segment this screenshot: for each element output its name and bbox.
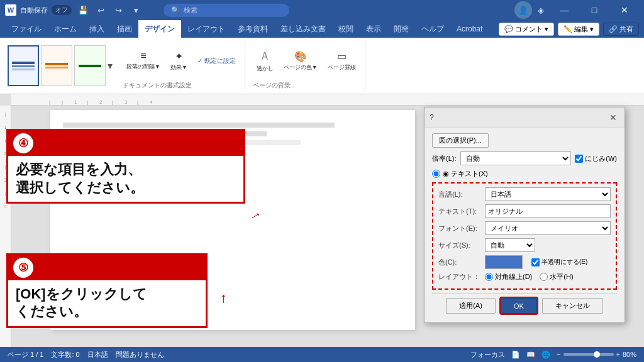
diagonal-radio[interactable] [485,273,493,281]
nijimi-check[interactable] [575,155,583,163]
color-row: 色(C): 半透明にする(E) [438,255,611,269]
page-border-button[interactable]: ▭ ページ罫線 [324,48,360,74]
view-icon-read[interactable]: 📖 [526,351,535,359]
ribbon-section-formatting: ≡ 段落の間隔▼ ✦ 効果▼ ✓ 既定に設定 ドキュメントの書式設定 [118,40,245,91]
brightness-label: 倍率(L): [432,154,457,163]
save-icon[interactable]: 💾 [75,3,91,18]
watermark-dialog: ? ✕ 図の選択(P)... 倍率(L): 自動 にじみ(W) [424,107,625,323]
user-avatar[interactable]: 👤 [514,1,532,19]
word-logo: W [5,4,16,16]
maximize-button[interactable]: □ [580,0,609,20]
tab-mailings[interactable]: 差し込み文書 [274,20,332,38]
tab-layout[interactable]: レイアウト [181,20,231,38]
step4-number: ④ [13,133,33,153]
tab-developer[interactable]: 開発 [387,20,415,38]
tab-home[interactable]: ホーム [48,20,83,38]
search-icon: 🔍 [171,6,180,14]
layout-row: レイアウト： 対角線上(D) 水平(H) [438,272,611,282]
color-picker[interactable] [485,255,523,269]
quick-access-toolbar: 💾 ↩ ↪ ▾ [75,3,143,18]
select-image-button[interactable]: 図の選択(P)... [432,133,489,148]
theme-thumbnail-2[interactable] [41,45,72,86]
page-color-button[interactable]: 🎨 ページの色▼ [280,48,321,74]
tab-view[interactable]: 表示 [360,20,387,38]
autosave-toggle[interactable]: オフ [52,5,72,15]
size-row: サイズ(S): 自動 [438,238,611,252]
theme-more-button[interactable]: ▾ [108,45,113,86]
comment-button[interactable]: 💬 コメント ▾ [499,23,554,36]
layout-radio-group: 対角線上(D) 水平(H) [485,272,574,282]
select-image-row: 図の選択(P)... [432,133,617,148]
step5-number: ⑤ [13,258,33,278]
language-row: 言語(L): 日本語 [438,187,611,201]
step5-header: ⑤ [8,255,206,280]
zoom-slider-thumb[interactable] [594,351,600,358]
zoom-minus-button[interactable]: − [557,351,560,358]
size-label: サイズ(S): [438,241,481,250]
zoom-plus-button[interactable]: + [616,351,620,358]
tab-file[interactable]: ファイル [5,20,48,38]
tab-acrobat[interactable]: Acrobat [450,20,489,38]
dialog-close-button[interactable]: ✕ [607,111,619,124]
horizontal-radio[interactable] [540,273,548,281]
language-label: 言語(L): [438,190,481,199]
semitransparent-checkbox[interactable]: 半透明にする(E) [531,258,587,266]
dialog-buttons: 適用(A) OK キャンセル [432,293,617,317]
step4-text: 必要な項目を入力、選択してください。 [8,156,243,202]
formatting-buttons: ≡ 段落の間隔▼ ✦ 効果▼ ✓ 既定に設定 [123,41,240,80]
semitransparent-check[interactable] [531,258,540,266]
diagonal-radio-item[interactable]: 対角線上(D) [485,272,532,282]
titlebar-left: W 自動保存 オフ 💾 ↩ ↪ ▾ [5,3,164,18]
diamond-icon[interactable]: ◈ [533,3,548,18]
view-icon-web[interactable]: 🌐 [541,351,550,359]
ribbon-section-background: Ａ 透かし 🎨 ページの色▼ ▭ ページ罫線 ページの背景 [248,40,365,91]
paragraph-spacing-button[interactable]: ≡ 段落の間隔▼ [123,48,164,73]
view-icon-print[interactable]: 📄 [511,351,520,359]
size-select[interactable]: 自動 [485,238,535,252]
text-radio[interactable] [432,170,440,178]
background-buttons: Ａ 透かし 🎨 ページの色▼ ▭ ページ罫線 [253,41,360,80]
tab-draw[interactable]: 描画 [111,20,138,38]
ribbon-label-background: ページの背景 [253,80,291,90]
tab-review[interactable]: 校閲 [332,20,360,38]
step5-annotation: ⑤ [OK]をクリックしてください。 [6,253,208,328]
nijimi-checkbox[interactable]: にじみ(W) [575,154,617,163]
tab-design[interactable]: デザイン [138,20,181,38]
tab-insert[interactable]: 挿入 [83,20,111,38]
redo-icon[interactable]: ↪ [111,3,126,18]
step4-annotation: ④ 必要な項目を入力、選択してください。 [6,129,245,204]
page-indicator: ページ 1 / 1 [8,350,43,359]
step5-arrow: ↑ [220,290,227,306]
undo-icon[interactable]: ↩ [93,3,108,18]
text-radio-label[interactable]: ◉ テキスト(X) [432,169,488,178]
text-row: テキスト(T): [438,204,611,218]
titlebar-right: 👤 ◈ — □ ✕ [480,0,639,20]
tab-help[interactable]: ヘルプ [415,20,450,38]
font-select[interactable]: メイリオ [485,221,611,235]
zoom-slider-track[interactable] [564,353,614,356]
set-default-button[interactable]: ✓ 既定に設定 [194,55,240,67]
search-box[interactable]: 🔍 検索 [164,4,289,17]
edit-button[interactable]: ✏️ 編集 ▾ [558,23,599,36]
zoom-controls: − + 80% [557,351,636,358]
effects-button[interactable]: ✦ 効果▼ [167,48,191,74]
theme-thumbnail-1[interactable] [8,45,39,86]
window-title: 🔍 検索 [164,4,480,17]
brightness-select[interactable]: 自動 [460,151,572,165]
more-icon[interactable]: ▾ [128,3,143,18]
main-area: | | 1 | 2 | 3 | 4 | 1 | 2 | 3 | 4 ④ [0,94,644,347]
language-select[interactable]: 日本語 [485,187,611,201]
watermark-button[interactable]: Ａ 透かし [253,47,277,75]
ok-button[interactable]: OK [501,298,537,314]
statusbar-right: フォーカス 📄 📖 🌐 − + 80% [470,350,636,359]
tab-references[interactable]: 参考資料 [231,20,274,38]
apply-button[interactable]: 適用(A) [446,298,496,314]
close-button[interactable]: ✕ [610,0,639,20]
share-button[interactable]: 🔗 共有 [603,23,639,36]
horizontal-radio-item[interactable]: 水平(H) [540,272,573,282]
minimize-button[interactable]: — [550,0,579,20]
text-input[interactable] [485,204,611,218]
dashed-form-box: 言語(L): 日本語 テキスト(T): フォント(E): メイリオ [432,182,617,290]
cancel-button[interactable]: キャンセル [542,298,603,314]
theme-thumbnail-3[interactable] [74,45,106,86]
